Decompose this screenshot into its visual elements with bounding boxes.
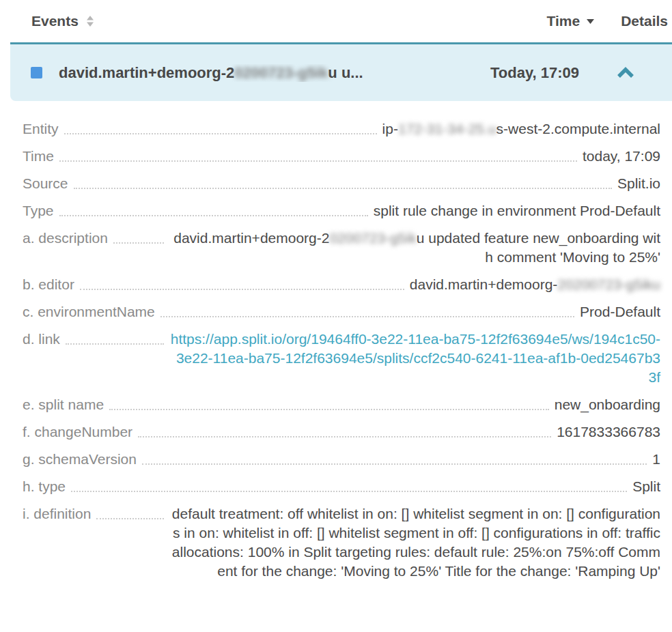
detail-label: Type xyxy=(23,201,54,220)
detail-label: i. definition xyxy=(23,504,91,523)
detail-label: a. description xyxy=(23,229,108,248)
collapse-button[interactable] xyxy=(613,64,638,82)
dotted-leader xyxy=(113,229,164,244)
detail-value: Prod-Default xyxy=(580,302,660,321)
detail-row-schema-version: g. schemaVersion 1 xyxy=(23,450,660,469)
time-column-label: Time xyxy=(546,13,580,29)
caret-down-icon xyxy=(586,18,595,25)
detail-label: f. changeNumber xyxy=(23,422,132,442)
detail-label: d. link xyxy=(23,330,60,349)
event-title: david.martin+demoorg-20200723-g5iku u... xyxy=(59,64,490,82)
detail-value: default treatment: off whitelist in on: … xyxy=(169,504,660,581)
detail-row-type: Type split rule change in environment Pr… xyxy=(23,201,660,220)
detail-row-change-number: f. changeNumber 1617833366783 xyxy=(23,422,660,442)
dotted-leader xyxy=(59,201,368,216)
event-title-suffix: u u... xyxy=(328,64,363,81)
dotted-leader xyxy=(64,119,377,134)
events-table-header: Events Time Details xyxy=(0,0,672,42)
time-column-header[interactable]: Time xyxy=(546,13,595,29)
detail-row-link: d. link https://app.split.io/org/19464ff… xyxy=(23,330,660,387)
value-prefix: david.martin+demoorg- xyxy=(410,276,558,292)
split-io-link[interactable]: https://app.split.io/org/19464ff0-3e22-1… xyxy=(169,330,660,387)
detail-label: h. type xyxy=(23,477,66,496)
dotted-leader xyxy=(138,422,551,437)
detail-row-description: a. description david.martin+demoorg-2020… xyxy=(23,229,660,267)
event-time: Today, 17:09 xyxy=(490,64,579,82)
detail-row-split-name: e. split name new_onboarding xyxy=(23,395,660,414)
detail-row-source: Source Split.io xyxy=(23,174,660,193)
value-prefix: ip- xyxy=(382,121,398,137)
event-type-square-icon xyxy=(31,67,42,78)
detail-row-environment-name: c. environmentName Prod-Default xyxy=(23,302,660,321)
detail-value: Split.io xyxy=(617,174,660,193)
detail-row-type-split: h. type Split xyxy=(23,477,660,496)
sort-arrows-icon xyxy=(85,14,95,28)
detail-value: david.martin+demoorg-20200723-g5iku xyxy=(410,275,660,294)
event-details-panel: Entity ip-172-31-34-25.us-west-2.compute… xyxy=(0,101,672,581)
detail-row-time: Time today, 17:09 xyxy=(23,147,660,166)
events-column-label: Events xyxy=(31,13,79,29)
detail-value: Split xyxy=(632,477,660,496)
detail-value: new_onboarding xyxy=(555,395,660,414)
detail-value: ip-172-31-34-25.us-west-2.compute.intern… xyxy=(382,119,660,139)
dotted-leader xyxy=(109,395,549,410)
detail-value: 1617833366783 xyxy=(557,422,660,442)
value-suffix: u updated feature new_onboarding with co… xyxy=(417,230,660,265)
detail-label: e. split name xyxy=(23,395,104,414)
detail-label: Time xyxy=(23,147,54,166)
dotted-leader xyxy=(80,275,404,290)
detail-value: 1 xyxy=(652,450,660,469)
detail-label: g. schemaVersion xyxy=(23,450,137,469)
redacted-text: 0200723-g5ik xyxy=(329,230,416,246)
events-column-header[interactable]: Events xyxy=(31,13,95,29)
detail-value: split rule change in environment Prod-De… xyxy=(374,201,660,220)
header-right-group: Time Details xyxy=(546,13,668,29)
redacted-text: 172-31-34-25.u xyxy=(398,121,496,137)
dotted-leader xyxy=(59,147,577,162)
event-row-expanded[interactable]: david.martin+demoorg-20200723-g5iku u...… xyxy=(10,42,672,101)
redacted-text: 20200723-g5iku xyxy=(557,276,660,292)
detail-row-editor: b. editor david.martin+demoorg-20200723-… xyxy=(23,275,660,294)
detail-row-definition: i. definition default treatment: off whi… xyxy=(23,504,660,581)
value-suffix: s-west-2.compute.internal xyxy=(496,121,660,137)
dotted-leader xyxy=(96,504,163,519)
dotted-leader xyxy=(71,477,627,492)
dotted-leader xyxy=(160,302,574,317)
dotted-leader xyxy=(74,174,612,189)
detail-label: Source xyxy=(23,174,68,193)
detail-value: david.martin+demoorg-20200723-g5iku upda… xyxy=(169,229,660,267)
details-column-header: Details xyxy=(621,13,668,29)
redacted-text: 0200723-g5ik xyxy=(234,64,328,81)
detail-label: b. editor xyxy=(23,275,74,294)
dotted-leader xyxy=(66,330,164,345)
detail-value: today, 17:09 xyxy=(583,147,660,166)
value-prefix: david.martin+demoorg-2 xyxy=(173,230,329,246)
detail-label: c. environmentName xyxy=(23,302,155,321)
event-title-prefix: david.martin+demoorg-2 xyxy=(59,64,234,81)
detail-label: Entity xyxy=(23,119,59,139)
dotted-leader xyxy=(142,450,647,465)
detail-row-entity: Entity ip-172-31-34-25.us-west-2.compute… xyxy=(23,119,660,139)
chevron-up-icon xyxy=(616,67,635,79)
